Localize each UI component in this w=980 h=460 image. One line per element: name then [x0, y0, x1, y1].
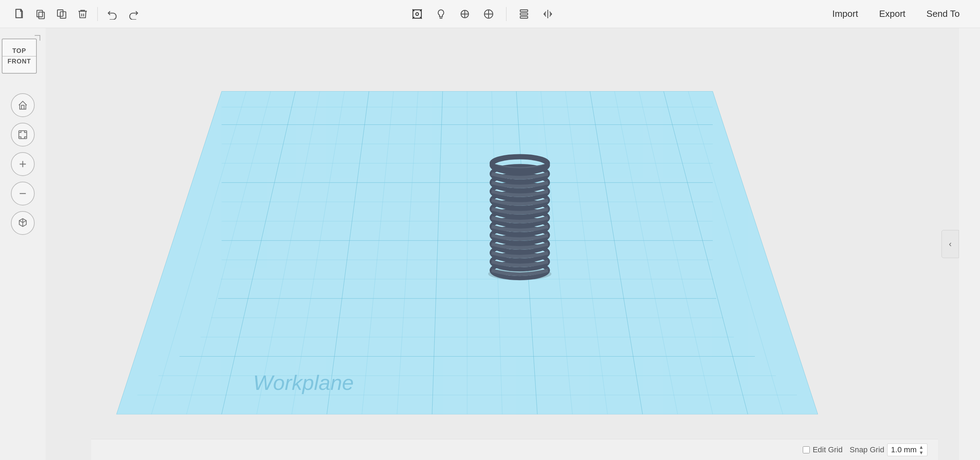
- copy-button[interactable]: [32, 5, 50, 23]
- new-button[interactable]: [11, 5, 29, 23]
- bottom-bar: Edit Grid Snap Grid 1.0 mm ▲ ▼: [91, 439, 938, 460]
- select-tool-button[interactable]: [408, 5, 426, 23]
- svg-rect-1: [39, 12, 45, 19]
- svg-rect-13: [520, 10, 528, 11]
- right-panel-collapse-button[interactable]: ‹: [942, 230, 959, 258]
- layers-tool-button[interactable]: [515, 5, 533, 23]
- main-toolbar: Import Export Send To: [0, 0, 980, 28]
- fit-view-button[interactable]: [11, 123, 35, 147]
- snap-grid-arrows: ▲ ▼: [919, 444, 924, 455]
- mirror-tool-button[interactable]: [539, 5, 557, 23]
- delete-button[interactable]: [73, 5, 92, 23]
- left-panel: TOP FRONT: [0, 28, 46, 460]
- svg-rect-15: [520, 16, 528, 18]
- edit-grid-label: Edit Grid: [813, 445, 843, 454]
- export-button[interactable]: Export: [869, 5, 915, 23]
- view-cube-top-label: TOP: [12, 47, 26, 55]
- canvas-area[interactable]: Workplane: [46, 28, 959, 460]
- undo-button[interactable]: [103, 5, 121, 23]
- edit-grid-checkbox[interactable]: [803, 446, 810, 454]
- workplane-label: Workplane: [253, 371, 354, 395]
- snap-grid-label: Snap Grid: [850, 445, 885, 454]
- toolbar-divider-2: [506, 7, 506, 21]
- chevron-left-icon: ‹: [949, 239, 951, 249]
- round-tool-button[interactable]: [479, 5, 498, 23]
- shape-tool-button[interactable]: [456, 5, 474, 23]
- svg-rect-2: [37, 10, 42, 17]
- snap-grid-value[interactable]: 1.0 mm ▲ ▼: [887, 444, 928, 456]
- snap-down-arrow[interactable]: ▼: [919, 450, 924, 455]
- view-cube[interactable]: TOP FRONT: [2, 38, 44, 81]
- perspective-button[interactable]: [11, 211, 35, 235]
- send-to-button[interactable]: Send To: [916, 5, 969, 23]
- home-view-button[interactable]: [11, 93, 35, 117]
- zoom-in-button[interactable]: [11, 152, 35, 176]
- toolbar-left: [11, 5, 143, 23]
- svg-rect-14: [520, 13, 528, 15]
- redo-button[interactable]: [124, 5, 143, 23]
- view-cube-front-label: FRONT: [2, 56, 36, 65]
- workplane-svg: Workplane: [46, 28, 959, 460]
- spring-object[interactable]: [488, 157, 551, 281]
- import-button[interactable]: Import: [822, 5, 868, 23]
- toolbar-right: Import Export Send To: [822, 5, 969, 23]
- snap-grid-container: Snap Grid 1.0 mm ▲ ▼: [850, 444, 928, 456]
- duplicate-button[interactable]: [52, 5, 71, 23]
- svg-rect-16: [19, 131, 27, 139]
- light-tool-button[interactable]: [432, 5, 450, 23]
- toolbar-divider-1: [97, 7, 98, 21]
- edit-grid-container: Edit Grid: [803, 445, 843, 454]
- zoom-out-button[interactable]: [11, 182, 35, 206]
- snap-up-arrow[interactable]: ▲: [919, 444, 924, 449]
- toolbar-center: [146, 5, 819, 23]
- svg-point-6: [416, 13, 418, 16]
